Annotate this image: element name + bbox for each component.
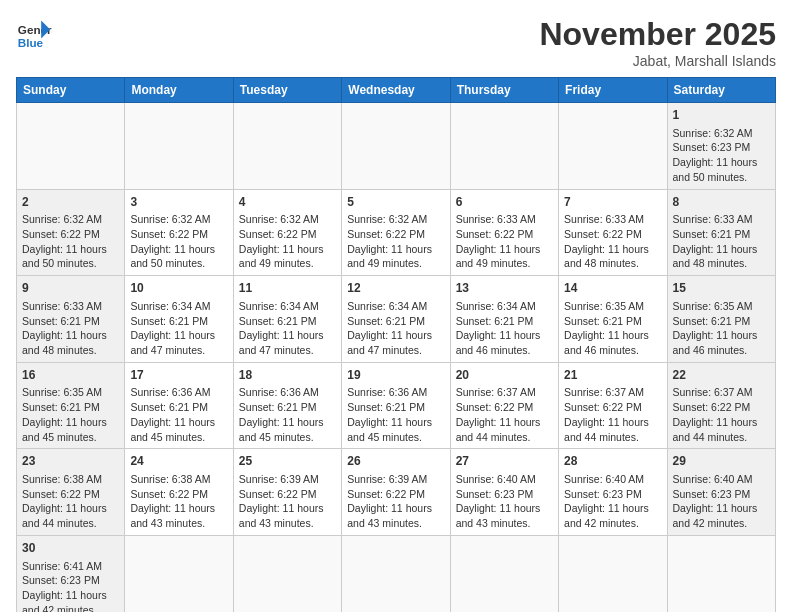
- table-row: 12Sunrise: 6:34 AM Sunset: 6:21 PM Dayli…: [342, 276, 450, 363]
- table-row: [559, 103, 667, 190]
- day-number: 3: [130, 194, 227, 211]
- day-number: 8: [673, 194, 770, 211]
- day-info: Sunrise: 6:35 AM Sunset: 6:21 PM Dayligh…: [564, 299, 661, 358]
- day-number: 20: [456, 367, 553, 384]
- day-number: 19: [347, 367, 444, 384]
- day-number: 30: [22, 540, 119, 557]
- table-row: 7Sunrise: 6:33 AM Sunset: 6:22 PM Daylig…: [559, 189, 667, 276]
- table-row: [559, 535, 667, 612]
- table-row: 25Sunrise: 6:39 AM Sunset: 6:22 PM Dayli…: [233, 449, 341, 536]
- day-info: Sunrise: 6:34 AM Sunset: 6:21 PM Dayligh…: [239, 299, 336, 358]
- day-info: Sunrise: 6:33 AM Sunset: 6:22 PM Dayligh…: [564, 212, 661, 271]
- day-info: Sunrise: 6:32 AM Sunset: 6:22 PM Dayligh…: [347, 212, 444, 271]
- day-info: Sunrise: 6:34 AM Sunset: 6:21 PM Dayligh…: [130, 299, 227, 358]
- day-number: 2: [22, 194, 119, 211]
- header-sunday: Sunday: [17, 78, 125, 103]
- table-row: 22Sunrise: 6:37 AM Sunset: 6:22 PM Dayli…: [667, 362, 775, 449]
- day-number: 1: [673, 107, 770, 124]
- day-info: Sunrise: 6:32 AM Sunset: 6:22 PM Dayligh…: [130, 212, 227, 271]
- day-number: 4: [239, 194, 336, 211]
- calendar-header-row: Sunday Monday Tuesday Wednesday Thursday…: [17, 78, 776, 103]
- table-row: 2Sunrise: 6:32 AM Sunset: 6:22 PM Daylig…: [17, 189, 125, 276]
- calendar-week-row: 23Sunrise: 6:38 AM Sunset: 6:22 PM Dayli…: [17, 449, 776, 536]
- day-info: Sunrise: 6:32 AM Sunset: 6:22 PM Dayligh…: [22, 212, 119, 271]
- table-row: 11Sunrise: 6:34 AM Sunset: 6:21 PM Dayli…: [233, 276, 341, 363]
- header-tuesday: Tuesday: [233, 78, 341, 103]
- header-monday: Monday: [125, 78, 233, 103]
- table-row: 24Sunrise: 6:38 AM Sunset: 6:22 PM Dayli…: [125, 449, 233, 536]
- table-row: [342, 103, 450, 190]
- day-info: Sunrise: 6:33 AM Sunset: 6:21 PM Dayligh…: [673, 212, 770, 271]
- day-number: 10: [130, 280, 227, 297]
- day-info: Sunrise: 6:35 AM Sunset: 6:21 PM Dayligh…: [22, 385, 119, 444]
- day-info: Sunrise: 6:37 AM Sunset: 6:22 PM Dayligh…: [564, 385, 661, 444]
- day-info: Sunrise: 6:39 AM Sunset: 6:22 PM Dayligh…: [347, 472, 444, 531]
- table-row: 26Sunrise: 6:39 AM Sunset: 6:22 PM Dayli…: [342, 449, 450, 536]
- day-info: Sunrise: 6:36 AM Sunset: 6:21 PM Dayligh…: [347, 385, 444, 444]
- day-info: Sunrise: 6:40 AM Sunset: 6:23 PM Dayligh…: [673, 472, 770, 531]
- day-number: 5: [347, 194, 444, 211]
- day-number: 28: [564, 453, 661, 470]
- day-info: Sunrise: 6:41 AM Sunset: 6:23 PM Dayligh…: [22, 559, 119, 612]
- calendar-week-row: 1Sunrise: 6:32 AM Sunset: 6:23 PM Daylig…: [17, 103, 776, 190]
- day-info: Sunrise: 6:37 AM Sunset: 6:22 PM Dayligh…: [456, 385, 553, 444]
- day-number: 11: [239, 280, 336, 297]
- day-number: 26: [347, 453, 444, 470]
- header-saturday: Saturday: [667, 78, 775, 103]
- table-row: 14Sunrise: 6:35 AM Sunset: 6:21 PM Dayli…: [559, 276, 667, 363]
- day-number: 29: [673, 453, 770, 470]
- table-row: 15Sunrise: 6:35 AM Sunset: 6:21 PM Dayli…: [667, 276, 775, 363]
- header-thursday: Thursday: [450, 78, 558, 103]
- table-row: 21Sunrise: 6:37 AM Sunset: 6:22 PM Dayli…: [559, 362, 667, 449]
- table-row: 1Sunrise: 6:32 AM Sunset: 6:23 PM Daylig…: [667, 103, 775, 190]
- day-info: Sunrise: 6:40 AM Sunset: 6:23 PM Dayligh…: [564, 472, 661, 531]
- header-friday: Friday: [559, 78, 667, 103]
- day-number: 21: [564, 367, 661, 384]
- logo-icon: General Blue: [16, 16, 52, 52]
- day-info: Sunrise: 6:35 AM Sunset: 6:21 PM Dayligh…: [673, 299, 770, 358]
- day-info: Sunrise: 6:32 AM Sunset: 6:23 PM Dayligh…: [673, 126, 770, 185]
- table-row: [125, 103, 233, 190]
- table-row: [233, 535, 341, 612]
- month-title: November 2025: [539, 16, 776, 53]
- day-number: 27: [456, 453, 553, 470]
- location-subtitle: Jabat, Marshall Islands: [539, 53, 776, 69]
- table-row: 16Sunrise: 6:35 AM Sunset: 6:21 PM Dayli…: [17, 362, 125, 449]
- day-info: Sunrise: 6:32 AM Sunset: 6:22 PM Dayligh…: [239, 212, 336, 271]
- day-number: 17: [130, 367, 227, 384]
- table-row: [342, 535, 450, 612]
- table-row: 19Sunrise: 6:36 AM Sunset: 6:21 PM Dayli…: [342, 362, 450, 449]
- table-row: 29Sunrise: 6:40 AM Sunset: 6:23 PM Dayli…: [667, 449, 775, 536]
- day-info: Sunrise: 6:36 AM Sunset: 6:21 PM Dayligh…: [130, 385, 227, 444]
- day-number: 22: [673, 367, 770, 384]
- table-row: [667, 535, 775, 612]
- calendar-week-row: 9Sunrise: 6:33 AM Sunset: 6:21 PM Daylig…: [17, 276, 776, 363]
- day-info: Sunrise: 6:38 AM Sunset: 6:22 PM Dayligh…: [22, 472, 119, 531]
- day-number: 6: [456, 194, 553, 211]
- day-number: 18: [239, 367, 336, 384]
- day-info: Sunrise: 6:40 AM Sunset: 6:23 PM Dayligh…: [456, 472, 553, 531]
- table-row: 23Sunrise: 6:38 AM Sunset: 6:22 PM Dayli…: [17, 449, 125, 536]
- day-number: 12: [347, 280, 444, 297]
- table-row: 6Sunrise: 6:33 AM Sunset: 6:22 PM Daylig…: [450, 189, 558, 276]
- day-info: Sunrise: 6:38 AM Sunset: 6:22 PM Dayligh…: [130, 472, 227, 531]
- logo: General Blue: [16, 16, 52, 52]
- table-row: [450, 103, 558, 190]
- day-number: 15: [673, 280, 770, 297]
- day-number: 13: [456, 280, 553, 297]
- table-row: 18Sunrise: 6:36 AM Sunset: 6:21 PM Dayli…: [233, 362, 341, 449]
- day-info: Sunrise: 6:34 AM Sunset: 6:21 PM Dayligh…: [456, 299, 553, 358]
- day-info: Sunrise: 6:39 AM Sunset: 6:22 PM Dayligh…: [239, 472, 336, 531]
- page-header: General Blue November 2025 Jabat, Marsha…: [16, 16, 776, 69]
- day-info: Sunrise: 6:36 AM Sunset: 6:21 PM Dayligh…: [239, 385, 336, 444]
- table-row: 13Sunrise: 6:34 AM Sunset: 6:21 PM Dayli…: [450, 276, 558, 363]
- table-row: 17Sunrise: 6:36 AM Sunset: 6:21 PM Dayli…: [125, 362, 233, 449]
- day-number: 14: [564, 280, 661, 297]
- calendar-week-row: 16Sunrise: 6:35 AM Sunset: 6:21 PM Dayli…: [17, 362, 776, 449]
- day-number: 25: [239, 453, 336, 470]
- table-row: 10Sunrise: 6:34 AM Sunset: 6:21 PM Dayli…: [125, 276, 233, 363]
- day-info: Sunrise: 6:33 AM Sunset: 6:22 PM Dayligh…: [456, 212, 553, 271]
- day-number: 16: [22, 367, 119, 384]
- day-info: Sunrise: 6:33 AM Sunset: 6:21 PM Dayligh…: [22, 299, 119, 358]
- table-row: 9Sunrise: 6:33 AM Sunset: 6:21 PM Daylig…: [17, 276, 125, 363]
